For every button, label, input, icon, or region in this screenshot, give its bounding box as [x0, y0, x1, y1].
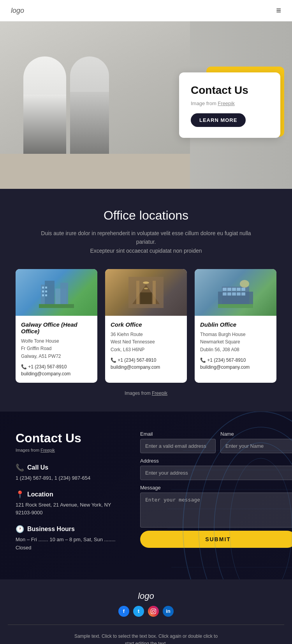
- svg-rect-14: [136, 281, 139, 304]
- office-locations-section: Office locations Duis aute irure dolor i…: [0, 189, 292, 412]
- svg-point-16: [143, 282, 149, 284]
- svg-point-33: [199, 427, 292, 579]
- social-facebook[interactable]: f: [118, 606, 129, 617]
- hero-title: Contact Us: [191, 84, 269, 97]
- svg-point-34: [214, 443, 292, 579]
- office-email-cork: building@company.com: [111, 364, 181, 370]
- hero-people-area: [0, 21, 190, 189]
- contact-bg-svg: [144, 412, 292, 579]
- svg-rect-9: [42, 294, 44, 296]
- svg-rect-21: [227, 288, 231, 291]
- svg-rect-4: [39, 304, 74, 308]
- hero-image-credit: Image from Freepik: [191, 100, 269, 106]
- call-us-value: 1 (234) 567-891, 1 (234) 987-654: [16, 474, 125, 482]
- contact-bg-building: [144, 412, 292, 579]
- person-1: [23, 56, 66, 165]
- social-linkedin[interactable]: in: [163, 606, 174, 617]
- location-value: 121 Rock Sreet, 21 Avenue, New York, NY …: [16, 501, 125, 517]
- contact-image-credit: Images from Freepik: [16, 448, 125, 452]
- svg-rect-8: [45, 290, 47, 292]
- svg-rect-7: [42, 290, 44, 292]
- business-hours-value: Mon – Fri ....... 10 am – 8 pm, Sat, Sun…: [16, 536, 125, 552]
- svg-rect-3: [60, 283, 68, 306]
- office-card-cork: Cork Office 36 Kiehn Route West Ned Tenn…: [105, 269, 187, 383]
- office-email-galway: building@company.com: [21, 371, 92, 377]
- svg-rect-23: [237, 288, 241, 291]
- svg-rect-27: [232, 292, 236, 296]
- svg-rect-25: [223, 292, 227, 296]
- office-card-body-cork: Cork Office 36 Kiehn Route West Ned Tenn…: [105, 316, 187, 370]
- office-image-galway: [16, 269, 97, 316]
- office-card-dublin: Dublin Office Thomas Burgh House Newmark…: [195, 269, 276, 383]
- svg-point-32: [183, 412, 292, 579]
- office-email-dublin: building@company.com: [200, 364, 271, 370]
- office-phone-galway: 📞 +1 (234) 567-8910: [21, 364, 92, 370]
- hero-section: Contact Us Image from Freepik LEARN MORE: [0, 21, 292, 189]
- svg-rect-26: [227, 292, 231, 296]
- galway-building-svg: [39, 277, 74, 308]
- svg-rect-24: [241, 288, 245, 291]
- contact-location: 📍 Location 121 Rock Sreet, 21 Avenue, Ne…: [16, 490, 125, 517]
- contact-info: Contact Us Images from Freepik 📞 Call Us…: [16, 431, 125, 560]
- svg-rect-22: [232, 288, 236, 291]
- office-name-galway: Galway Office (Head Office): [21, 321, 92, 334]
- freepik-link[interactable]: Freepik: [218, 100, 234, 106]
- office-phone-dublin: 📞 +1 (234) 567-8910: [200, 357, 271, 363]
- contact-call-us: 📞 Call Us 1 (234) 567-891, 1 (234) 987-6…: [16, 463, 125, 482]
- nav-logo: logo: [11, 7, 24, 15]
- hero-card-wrapper: Contact Us Image from Freepik LEARN MORE: [179, 72, 280, 138]
- hero-card: Contact Us Image from Freepik LEARN MORE: [179, 72, 280, 138]
- office-phone-cork: 📞 +1 (234) 567-8910: [111, 357, 181, 363]
- svg-rect-10: [45, 294, 47, 296]
- svg-rect-6: [45, 287, 47, 289]
- office-address-cork: 36 Kiehn Route West Ned Tennessee Cork, …: [111, 331, 181, 354]
- office-freepik-credit: Images from Freepik: [16, 391, 276, 396]
- cork-building-svg: [128, 277, 164, 308]
- footer-sample-text: Sample text. Click to select the text bo…: [8, 629, 284, 644]
- learn-more-button[interactable]: LEARN MORE: [191, 113, 246, 127]
- svg-rect-30: [218, 304, 253, 308]
- svg-rect-20: [223, 288, 227, 291]
- freepik-link-offices[interactable]: Freepik: [152, 391, 167, 396]
- dublin-building-svg: [218, 277, 253, 308]
- office-address-dublin: Thomas Burgh House Newmarket Square Dubl…: [200, 331, 271, 354]
- social-icons-container: f t in: [8, 606, 284, 617]
- footer-logo: logo: [8, 591, 284, 601]
- desk: [0, 154, 190, 189]
- svg-point-17: [144, 288, 148, 289]
- office-name-cork: Cork Office: [111, 321, 181, 328]
- social-twitter[interactable]: t: [133, 606, 144, 617]
- person-2: [70, 56, 109, 158]
- clock-icon: 🕐: [16, 525, 24, 533]
- freepik-link-contact[interactable]: Freepik: [40, 448, 55, 452]
- svg-point-31: [240, 280, 249, 288]
- business-hours-label: Business Hours: [27, 526, 75, 533]
- social-instagram[interactable]: [148, 606, 159, 617]
- contact-business-hours: 🕐 Business Hours Mon – Fri ....... 10 am…: [16, 525, 125, 552]
- contact-section: Contact Us Images from Freepik 📞 Call Us…: [0, 412, 292, 579]
- location-icon: 📍: [16, 490, 24, 499]
- office-card-body-galway: Galway Office (Head Office) Wolfe Tone H…: [16, 316, 97, 377]
- footer: logo f t in Sample text. Click to select…: [0, 579, 292, 644]
- svg-rect-28: [237, 292, 241, 296]
- office-cards-container: Galway Office (Head Office) Wolfe Tone H…: [16, 269, 276, 383]
- hamburger-menu[interactable]: ≡: [276, 5, 281, 16]
- office-card-body-dublin: Dublin Office Thomas Burgh House Newmark…: [195, 316, 276, 370]
- office-card-galway: Galway Office (Head Office) Wolfe Tone H…: [16, 269, 97, 383]
- svg-rect-29: [241, 292, 245, 296]
- svg-rect-13: [140, 292, 152, 304]
- location-label: Location: [27, 491, 53, 498]
- office-section-title: Office locations: [16, 208, 276, 223]
- office-section-desc: Duis aute irure dolor in reprehenderit i…: [37, 229, 255, 255]
- svg-rect-1: [45, 281, 55, 306]
- office-image-dublin: [195, 269, 276, 316]
- call-us-label: Call Us: [27, 464, 48, 471]
- footer-divider: [8, 625, 284, 625]
- navbar: logo ≡: [0, 0, 292, 21]
- instagram-icon: [151, 609, 156, 614]
- svg-point-35: [230, 458, 292, 579]
- office-address-galway: Wolfe Tone House Fr Griffin Road Galway,…: [21, 338, 92, 360]
- office-image-cork: [105, 269, 187, 316]
- office-name-dublin: Dublin Office: [200, 321, 271, 328]
- contact-title: Contact Us: [16, 431, 125, 445]
